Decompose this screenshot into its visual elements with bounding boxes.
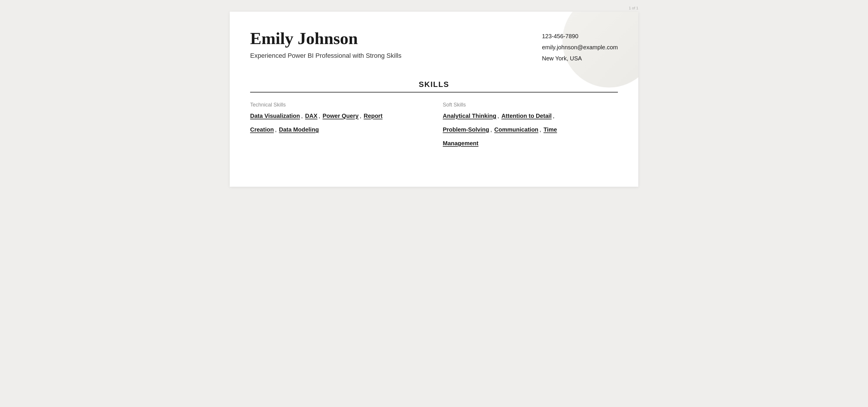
- candidate-title: Experienced Power BI Professional with S…: [250, 52, 542, 60]
- skill-communication: Communication: [494, 126, 538, 133]
- contact-location: New York, USA: [542, 54, 618, 62]
- sep-5: ,: [497, 113, 499, 119]
- resume-page: Emily Johnson Experienced Power BI Profe…: [230, 12, 638, 187]
- skill-management: Management: [443, 140, 478, 147]
- header-section: Emily Johnson Experienced Power BI Profe…: [250, 29, 618, 65]
- technical-skills-list: Data Visualization, DAX, Power Query, Re…: [250, 113, 425, 133]
- skill-data-visualization: Data Visualization: [250, 113, 300, 119]
- soft-skills-block: Soft Skills Analytical Thinking, Attenti…: [443, 99, 618, 147]
- section-divider: [250, 92, 618, 93]
- soft-skills-list: Analytical Thinking, Attention to Detail…: [443, 113, 618, 147]
- sep-8: ,: [540, 126, 541, 133]
- skills-section-title: SKILLS: [250, 80, 618, 89]
- sep-4: ,: [275, 126, 277, 133]
- header-left: Emily Johnson Experienced Power BI Profe…: [250, 29, 542, 60]
- skill-attention-to-detail: Attention to Detail: [501, 113, 552, 119]
- skills-section: SKILLS Technical Skills Data Visualizati…: [250, 80, 618, 147]
- skill-report: Report: [364, 113, 382, 119]
- header-right: 123-456-7890 emily.johnson@example.com N…: [542, 29, 618, 65]
- skill-problem-solving: Problem-Solving: [443, 126, 489, 133]
- skill-time: Time: [544, 126, 557, 133]
- contact-email: emily.johnson@example.com: [542, 43, 618, 51]
- technical-skills-label: Technical Skills: [250, 102, 425, 108]
- sep-1: ,: [301, 113, 303, 119]
- soft-skills-label: Soft Skills: [443, 102, 618, 108]
- skill-creation: Creation: [250, 126, 274, 133]
- sep-7: ,: [490, 126, 492, 133]
- skill-dax: DAX: [305, 113, 317, 119]
- technical-skills-block: Technical Skills Data Visualization, DAX…: [250, 99, 425, 147]
- skills-grid: Technical Skills Data Visualization, DAX…: [250, 99, 618, 147]
- skill-analytical-thinking: Analytical Thinking: [443, 113, 496, 119]
- sep-3: ,: [360, 113, 362, 119]
- contact-phone: 123-456-7890: [542, 32, 618, 40]
- skill-power-query: Power Query: [322, 113, 359, 119]
- skill-data-modeling: Data Modeling: [279, 126, 319, 133]
- sep-2: ,: [319, 113, 320, 119]
- candidate-name: Emily Johnson: [250, 29, 542, 48]
- page-number: 1 of 1: [629, 6, 638, 10]
- page-wrapper: 1 of 1 Emily Johnson Experienced Power B…: [230, 12, 638, 187]
- sep-6: ,: [553, 113, 555, 119]
